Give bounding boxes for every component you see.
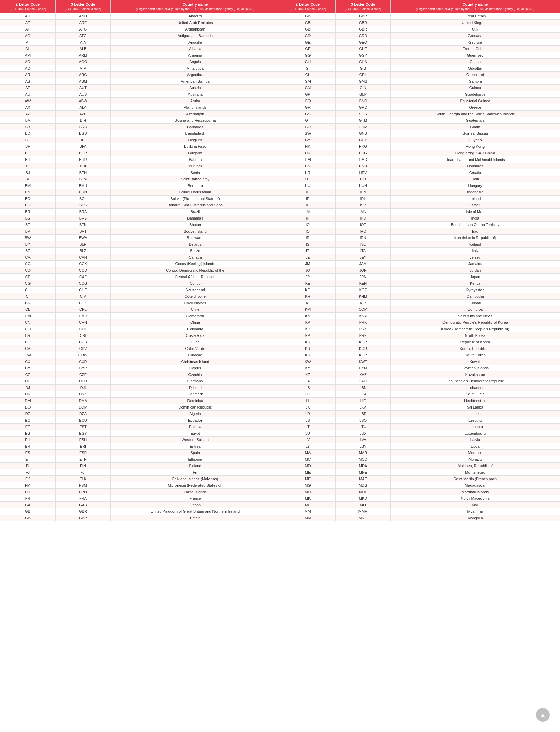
table-row: GEGEOGeorgia	[280, 39, 560, 46]
table-row: GAGABGabon	[0, 502, 280, 508]
table-row: MMMMRMyanmar	[280, 508, 560, 515]
table-row: AGATGAntigua and Barbuda	[0, 33, 280, 39]
table-row: GSSGSSouth Georgia and the South Sandwic…	[280, 111, 560, 117]
table-row: MLMLIMali	[280, 502, 560, 508]
table-row: IEIRLIreland	[280, 196, 560, 202]
table-row: CACANCanada	[0, 254, 280, 261]
table-row: CYCYPCyprus	[0, 365, 280, 371]
table-row: ISISLIceland	[280, 241, 560, 248]
table-row: CLCHLChile	[0, 306, 280, 313]
table-row: AQATAAntarctica	[0, 65, 280, 72]
table-row: IRIRNIran (Islamic Republic of)	[280, 235, 560, 241]
table-row: GBGBRBritain	[0, 515, 280, 521]
table-row: EEESTEstonia	[0, 424, 280, 430]
table-row: GLGRLGreenland	[280, 72, 560, 78]
table-row: GDGRDGrenada	[280, 33, 560, 39]
table-row: KNKNASaint Kitts and Nevis	[280, 313, 560, 319]
table-row: KPPRKDemocratic People's Republic of Kor…	[280, 319, 560, 326]
table-row: ADANDAndorra	[0, 13, 280, 20]
table-row: CWCUWCuraçao	[0, 352, 280, 358]
table-row: BABIHBosnia and Herzegovina	[0, 117, 280, 124]
table-row: BYBLRBelarus	[0, 241, 280, 248]
table-row: CRCRICosta Rica	[0, 332, 280, 339]
table-row: DKDNKDenmark	[0, 391, 280, 398]
table-row: LKLKASri Lanka	[280, 404, 560, 411]
right-table-body: GBGBRGreat BritainGBGBRUnited KingdomGBG…	[280, 13, 560, 521]
table-row: BGBGRBulgaria	[0, 150, 280, 156]
table-row: ARARGArgentina	[0, 72, 280, 78]
table-row: CVCPVCabo Verde	[0, 345, 280, 352]
table-row: LSLSOLesotho	[280, 417, 560, 424]
table-row: CICIVCôte d'Ivoire	[0, 293, 280, 300]
table-row: ERERIEritrea	[0, 443, 280, 450]
table-row: ECECUEcuador	[0, 417, 280, 424]
table-row: MDMDAMoldova, Republic of	[280, 463, 560, 469]
table-row: KPPRKKorea (Democratic People's Republic…	[280, 326, 560, 332]
table-row: GHGHAGhana	[280, 59, 560, 65]
table-row: JPJPNJapan	[280, 274, 560, 280]
table-row: BEBELBelgium	[0, 137, 280, 143]
right-col2-header: 3 Letter Code (ISO 3166-1 alpha-3 code)	[335, 0, 390, 13]
table-row: GQGNQEquatorial Guinea	[280, 98, 560, 104]
table-row: KPPRKNorth Korea	[280, 332, 560, 339]
table-row: MGMDGMadagascar	[280, 482, 560, 489]
table-row: KEKENKenya	[280, 280, 560, 287]
table-row: AUAUSAustralia	[0, 91, 280, 98]
table-row: JOJORJordan	[280, 267, 560, 274]
table-row: DEDEUGermany	[0, 378, 280, 385]
table-row: KRKORSouth Korea	[280, 352, 560, 358]
table-row: CZCZECzechia	[0, 371, 280, 378]
table-row: IOIOTBritish Indian Ocean Territory	[280, 222, 560, 228]
table-row: CHCHESwitzerland	[0, 287, 280, 293]
table-row: KWKWTKuwait	[280, 358, 560, 365]
table-row: FKFLKFalkland Islands (Malvinas)	[0, 476, 280, 482]
left-col3-header: Country name (English short name ocially…	[110, 0, 280, 13]
table-row: LYLBYLibya	[280, 443, 560, 450]
table-row: CXCXRChristmas Island	[0, 358, 280, 365]
table-row: LRLBRLiberia	[280, 411, 560, 417]
table-row: BMBMUBermuda	[0, 182, 280, 189]
table-row: HNHNDHonduras	[280, 163, 560, 169]
table-row: MAMARMorocco	[280, 450, 560, 456]
table-row: GRGRCGreece	[280, 104, 560, 111]
left-header-row: 2 Letter Code (ISO 3166-1 alpha-2 code) …	[0, 0, 280, 13]
table-row: FRFRAFrance	[0, 495, 280, 502]
right-table: 2 Letter Code (ISO 3166-1 alpha-2 code) …	[280, 0, 560, 521]
table-row: DMDMADominica	[0, 398, 280, 404]
table-row: FJFJIFiji	[0, 469, 280, 476]
table-row: LBLBNLebanon	[280, 385, 560, 391]
table-row: HKHKGHong Kong, SAR China	[280, 150, 560, 156]
left-col1-header: 2 Letter Code (ISO 3166-1 alpha-2 code)	[0, 0, 56, 13]
table-row: GBGBRU.K	[280, 26, 560, 33]
table-row: BJBENBenin	[0, 169, 280, 176]
table-row: BIBDIBurundi	[0, 163, 280, 169]
table-row: KZKAZKazakhstan	[280, 371, 560, 378]
table-row: ASASMAmerican Samoa	[0, 78, 280, 85]
table-row: KRKORRepublic of Korea	[280, 339, 560, 345]
table-row: LVLVALatvia	[280, 437, 560, 443]
table-row: CUCUBCuba	[0, 339, 280, 345]
table-row: ITITAItaly	[280, 248, 560, 254]
table-row: AOAGOAngola	[0, 59, 280, 65]
table-row: JEJEYJersey	[280, 254, 560, 261]
table-row: ILISRIsrael	[280, 202, 560, 209]
table-row: KGKGZKyrgyzstan	[280, 287, 560, 293]
table-row: BQBESBonaire, Sint Eustatius and Saba	[0, 202, 280, 209]
table-row: BFBFABurkina Faso	[0, 143, 280, 150]
table-row: DZDZAAlgeria	[0, 411, 280, 417]
table-row: GBGBRGreat Britain	[280, 13, 560, 20]
table-row: LALAOLao People's Democratic Republic	[280, 378, 560, 385]
table-row: BBBRBBarbados	[0, 124, 280, 130]
table-row: MHMHLMarshall Islands	[280, 489, 560, 495]
table-row: CNCHNChina	[0, 319, 280, 326]
table-row: KMCOMComoros	[280, 306, 560, 313]
table-row: CGCOGCongo	[0, 280, 280, 287]
table-row: BLBLMSaint Barthélemy	[0, 176, 280, 182]
table-row: GYGUYGuyana	[280, 137, 560, 143]
table-row: MFMAFSaint Martin (French part)	[280, 476, 560, 482]
table-row: GPGLPGuadeloupe	[280, 91, 560, 98]
table-row: COCOLColombia	[0, 326, 280, 332]
table-row: HTHTIHaiti	[280, 176, 560, 182]
right-col3-header: Country name (English short name ocially…	[390, 0, 560, 13]
table-row: FMFSMMicronesia (Federated States of)	[0, 482, 280, 489]
